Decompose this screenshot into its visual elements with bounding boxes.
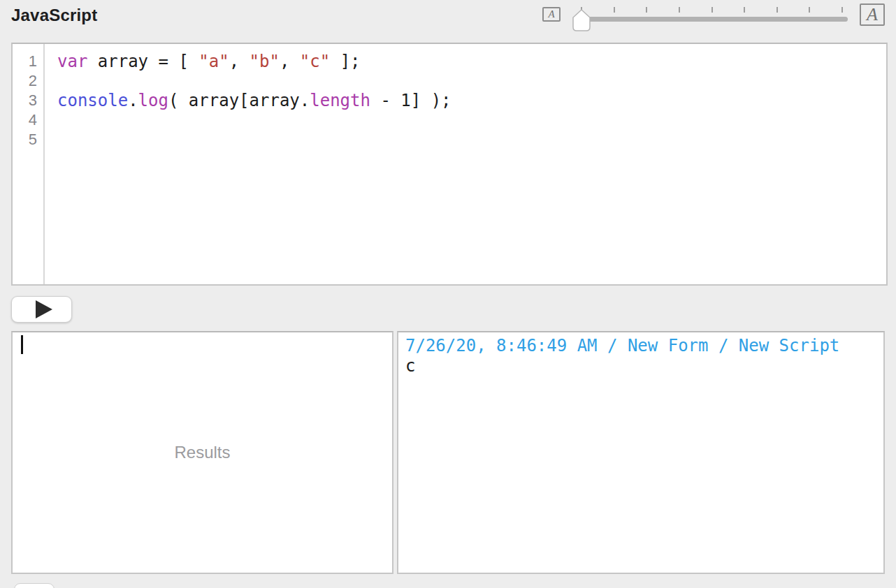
code-token-plain: array = [ — [87, 52, 198, 71]
results-panel[interactable]: Results — [11, 331, 393, 574]
code-token-string: "b" — [250, 52, 280, 71]
console-line-output: c — [405, 356, 876, 376]
slider-tick — [841, 7, 843, 13]
run-button[interactable] — [11, 296, 72, 323]
console-line-meta: 7/26/20, 8:46:49 AM / New Form / New Scr… — [405, 336, 876, 356]
slider-tick — [809, 7, 810, 13]
large-a-icon: A — [867, 4, 878, 25]
app-window: JavaScript A A 12345 var array = [ "a", … — [0, 0, 896, 588]
code-line — [57, 130, 886, 149]
code-token-string: "a" — [198, 52, 229, 71]
partial-button[interactable] — [14, 583, 55, 588]
line-number: 5 — [13, 130, 43, 149]
code-area[interactable]: var array = [ "a", "b", "c" ];console.lo… — [45, 44, 886, 284]
code-token-plain: . — [128, 91, 138, 110]
code-token-plain: ( array[array. — [168, 91, 310, 110]
slider-track[interactable] — [580, 17, 848, 22]
line-number: 1 — [13, 52, 43, 71]
code-token-plain: - 1] ); — [370, 91, 451, 110]
code-token-keyword: length — [310, 91, 370, 110]
play-icon — [36, 300, 52, 318]
page-title: JavaScript — [11, 6, 97, 25]
font-size-slider[interactable] — [570, 6, 852, 34]
line-number: 2 — [13, 71, 43, 91]
slider-tick — [776, 7, 778, 13]
code-token-plain: , — [229, 52, 250, 71]
slider-tick — [711, 7, 713, 13]
code-line — [57, 71, 886, 91]
slider-tick — [744, 7, 745, 13]
code-line: console.log( array[array.length - 1] ); — [57, 91, 886, 110]
small-a-icon: A — [548, 8, 554, 20]
line-number: 4 — [13, 110, 43, 130]
decrease-font-button[interactable]: A — [542, 7, 561, 22]
code-token-plain: , — [280, 52, 300, 71]
line-number: 3 — [13, 91, 43, 110]
code-editor: 12345 var array = [ "a", "b", "c" ];cons… — [11, 43, 888, 286]
slider-tick — [646, 7, 647, 13]
slider-tick — [679, 7, 680, 13]
code-line — [57, 110, 886, 130]
line-number-gutter: 12345 — [13, 44, 45, 284]
code-token-plain: ]; — [330, 52, 360, 71]
code-token-keyword: var — [57, 52, 87, 71]
slider-tick — [614, 7, 615, 13]
code-line: var array = [ "a", "b", "c" ]; — [57, 52, 886, 71]
results-placeholder: Results — [13, 332, 392, 573]
slider-thumb[interactable] — [571, 8, 592, 32]
code-token-string: "c" — [300, 52, 330, 71]
code-token-builtin: console — [57, 91, 128, 110]
code-token-keyword: log — [138, 91, 168, 110]
increase-font-button[interactable]: A — [860, 3, 885, 26]
console-panel[interactable]: 7/26/20, 8:46:49 AM / New Form / New Scr… — [397, 331, 885, 574]
